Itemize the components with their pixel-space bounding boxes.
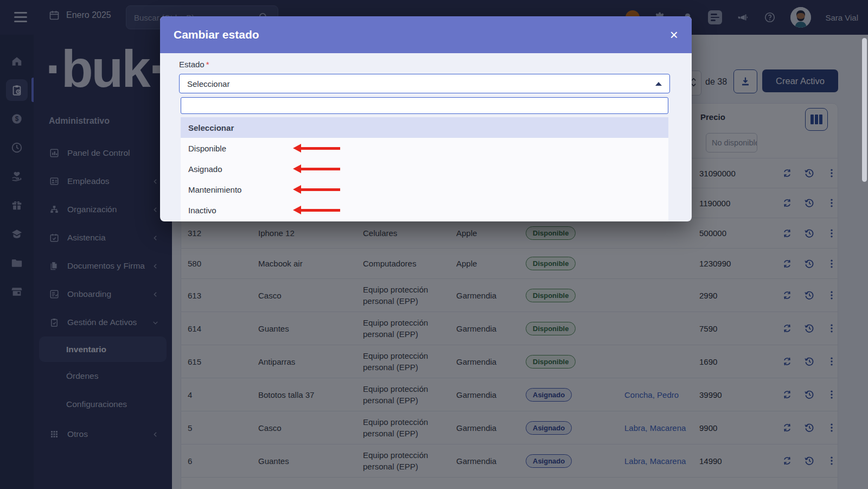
caret-up-icon: [655, 82, 662, 86]
annotation-arrow: [293, 206, 340, 214]
estado-options-list: Seleccionar Disponible Asignado Mantenim…: [181, 117, 668, 221]
estado-select-value: Seleccionar: [187, 79, 229, 88]
estado-field-label: Estado*: [179, 60, 209, 69]
scrollbar-thumb[interactable]: [862, 38, 867, 182]
required-mark: *: [206, 60, 209, 69]
option-seleccionar[interactable]: Seleccionar: [181, 117, 668, 138]
modal-title: Cambiar estado: [174, 28, 259, 41]
annotation-arrow: [293, 164, 340, 173]
dropdown-search-input[interactable]: [181, 97, 668, 114]
estado-select[interactable]: Seleccionar: [179, 74, 670, 93]
modal-header: Cambiar estado ×: [160, 16, 692, 53]
option-inactivo[interactable]: Inactivo: [181, 200, 668, 220]
app-window: Enero 2025 Sara: [0, 0, 868, 489]
change-status-modal: Cambiar estado × Estado* Seleccionar Sel…: [160, 16, 692, 221]
option-mantenimiento[interactable]: Mantenimiento: [181, 179, 668, 200]
modal-body: Estado* Seleccionar Seleccionar Disponib…: [160, 53, 692, 221]
close-icon[interactable]: ×: [670, 28, 678, 42]
annotation-arrow: [293, 185, 340, 194]
option-asignado[interactable]: Asignado: [181, 158, 668, 179]
option-disponible[interactable]: Disponible: [181, 138, 668, 158]
annotation-arrow: [293, 144, 340, 153]
